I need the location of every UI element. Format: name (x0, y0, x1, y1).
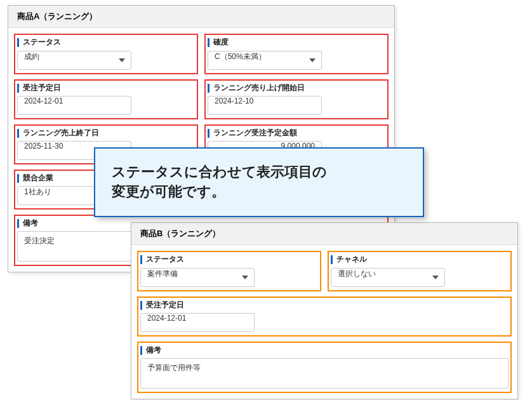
select-status-b[interactable]: 案件準備 (140, 268, 255, 287)
field-confidence: 確度 C（50%未満） (205, 34, 388, 74)
panel-header-a: 商品A（ランニング） (8, 6, 394, 28)
panel-header-b: 商品B（ランニング） (131, 223, 517, 245)
label-competitor: 競合企業 (23, 173, 53, 183)
field-order-date-a: 受注予定日 2024-12-01 (15, 80, 197, 119)
field-order-date-b: 受注予定日 2024-12-01 (138, 297, 511, 336)
label-channel: チャネル (336, 254, 367, 265)
input-order-date-b[interactable]: 2024-12-01 (140, 313, 255, 332)
label-note-a: 備考 (23, 218, 38, 229)
field-note-b: 備考 予算面で用件等 (138, 342, 511, 392)
label-status-a: ステータス (23, 37, 61, 48)
input-order-date-a[interactable]: 2024-12-01 (17, 96, 131, 115)
panel-title-a: 商品A（ランニング） (17, 11, 97, 21)
select-status-a[interactable]: 成約 (17, 51, 131, 70)
field-channel: チャネル 選択しない (328, 251, 511, 291)
label-order-date-a: 受注予定日 (23, 83, 61, 93)
callout-line1: ステータスに合わせて表示項目の (112, 163, 406, 182)
panel-body-b: ステータス 案件準備 チャネル 選択しない 受注予定日 2024-12-01 (131, 245, 517, 399)
field-run-start: ランニング売り上げ開始日 2024-12-10 (205, 80, 388, 119)
field-status-a: ステータス 成約 (15, 34, 197, 74)
label-status-b: ステータス (146, 254, 184, 265)
callout-line2: 変更が可能です。 (112, 182, 406, 202)
field-status-b: ステータス 案件準備 (138, 251, 321, 291)
label-order-date-b: 受注予定日 (146, 300, 184, 310)
label-note-b: 備考 (146, 345, 161, 356)
textarea-note-b[interactable]: 予算面で用件等 (140, 358, 509, 389)
label-run-end: ランニング売上終了日 (23, 128, 99, 138)
label-run-start: ランニング売り上げ開始日 (213, 83, 305, 93)
panel-title-b: 商品B（ランニング） (140, 229, 220, 238)
panel-product-b: 商品B（ランニング） ステータス 案件準備 チャネル 選択しない 受注予定日 (131, 222, 518, 399)
label-amount: ランニング受注予定金額 (213, 128, 297, 138)
select-confidence[interactable]: C（50%未満） (208, 51, 322, 70)
input-run-start[interactable]: 2024-12-10 (208, 96, 322, 115)
select-channel[interactable]: 選択しない (331, 268, 445, 287)
callout-box: ステータスに合わせて表示項目の 変更が可能です。 (94, 147, 424, 217)
label-confidence: 確度 (213, 37, 229, 48)
